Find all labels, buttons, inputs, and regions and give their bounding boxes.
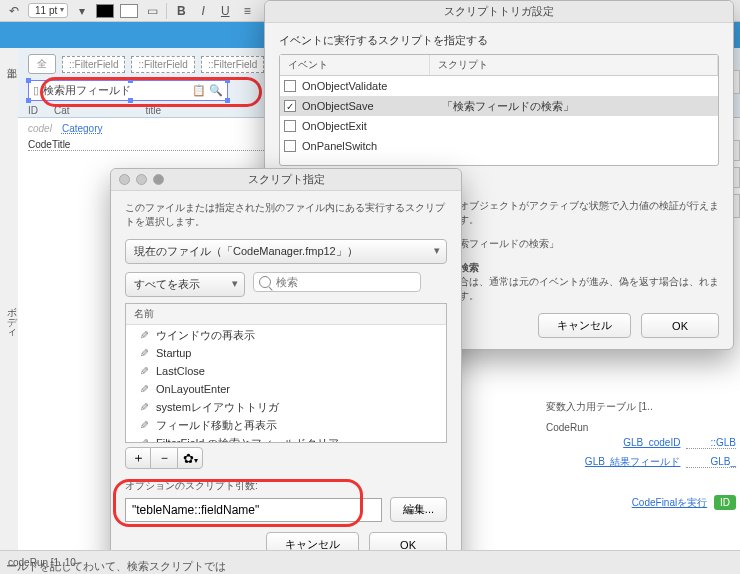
- remove-script-button[interactable]: －: [151, 447, 177, 469]
- var-table-label: 変数入力用テーブル [1..: [546, 400, 736, 414]
- category-field[interactable]: Category: [62, 123, 103, 134]
- glb-codeid-row: GLB_codeID ::GLB: [546, 437, 736, 449]
- script-list-toolbar: ＋ － ✿▾: [125, 447, 447, 469]
- align-tool-icon[interactable]: ≡: [239, 3, 255, 19]
- glb-result-value[interactable]: GLB_: [686, 456, 736, 468]
- trigger-row-OnObjectValidate[interactable]: OnObjectValidate: [280, 76, 718, 96]
- col-script: スクリプト: [430, 55, 718, 75]
- trigger-cancel-button[interactable]: キャンセル: [538, 313, 631, 338]
- var-panel: 変数入力用テーブル [1.. CodeRun GLB_codeID ::GLB …: [546, 400, 736, 510]
- trigger-prop3-label: 検索: [459, 262, 479, 273]
- search-field-label: 検索用フィールド: [43, 83, 189, 98]
- border-tool-icon[interactable]: ▭: [144, 3, 160, 19]
- checkbox-icon[interactable]: [284, 140, 296, 152]
- add-script-button[interactable]: ＋: [125, 447, 151, 469]
- glb-result-row: GLB_結果フィールド GLB_: [546, 455, 736, 469]
- text-color-swatch[interactable]: [96, 4, 114, 18]
- script-icon: ✎: [140, 327, 149, 343]
- codel-field[interactable]: codel: [28, 123, 52, 134]
- edit-param-button[interactable]: 編集...: [390, 497, 447, 522]
- search-field-object[interactable]: ▯ 検索用フィールド 📋 🔍: [28, 80, 228, 101]
- font-size-select[interactable]: 11 pt: [28, 3, 68, 18]
- filter-field-3[interactable]: ::FilterField: [201, 56, 264, 73]
- fill-color-swatch[interactable]: [120, 4, 138, 18]
- script-item[interactable]: ✎OnLayoutEnter: [126, 379, 446, 397]
- col-id: ID: [28, 105, 38, 116]
- file-select[interactable]: 現在のファイル（「CodeManager.fmp12」）: [125, 239, 447, 264]
- script-icon: ✎: [140, 417, 149, 433]
- footer-caption: ールドを記してわいて、検索スクリプトでは: [0, 557, 232, 574]
- search-icon: [259, 276, 271, 288]
- specify-intro: このファイルまたは指定された別のファイル内にある実行するスクリプトを選択します。: [125, 201, 447, 229]
- specify-script-dialog: スクリプト指定 このファイルまたは指定された別のファイル内にある実行するスクリプ…: [110, 168, 462, 568]
- gear-button[interactable]: ✿▾: [177, 447, 203, 469]
- trigger-section1: イベントに実行するスクリプトを指定する: [279, 33, 719, 48]
- magnifier-icon[interactable]: 🔍: [209, 84, 223, 97]
- script-icon: ✎: [140, 435, 149, 443]
- col-cat: Cat: [54, 105, 70, 116]
- script-icon: ✎: [140, 399, 149, 415]
- glb-codeid-label[interactable]: GLB_codeID: [623, 437, 680, 448]
- specify-dialog-title: スクリプト指定: [248, 172, 325, 187]
- col-title: title: [146, 105, 162, 116]
- undo-icon[interactable]: ↶: [6, 3, 22, 19]
- script-list[interactable]: 名前 ✎ウインドウの再表示✎Startup✎LastClose✎OnLayout…: [125, 303, 447, 443]
- trigger-event-list[interactable]: イベント スクリプト OnObjectValidate OnObjectSave…: [279, 54, 719, 166]
- codefinal-link[interactable]: CodeFinalを実行: [632, 497, 708, 508]
- code-run-label: CodeRun: [546, 422, 736, 433]
- script-item[interactable]: ✎FilterField の検索とフィールドクリア: [126, 433, 446, 443]
- script-item[interactable]: ✎systemレイアウトトリガ: [126, 397, 446, 415]
- window-controls[interactable]: [119, 174, 164, 185]
- glb-result-label[interactable]: GLB_結果フィールド: [585, 456, 681, 467]
- script-icon: ✎: [140, 345, 149, 361]
- script-param-input[interactable]: [125, 498, 382, 522]
- underline-button[interactable]: U: [217, 3, 233, 19]
- italic-button[interactable]: I: [195, 3, 211, 19]
- col-event: イベント: [280, 55, 430, 75]
- script-search-input[interactable]: [253, 272, 421, 292]
- trigger-row-OnObjectSave[interactable]: OnObjectSave「検索フィールドの検索」: [280, 96, 718, 116]
- show-filter-select[interactable]: すべてを表示: [125, 272, 245, 297]
- specify-dialog-titlebar: スクリプト指定: [111, 169, 461, 191]
- script-item[interactable]: ✎Startup: [126, 343, 446, 361]
- doc-icon: ▯: [33, 84, 39, 97]
- filter-field-2[interactable]: ::FilterField: [131, 56, 194, 73]
- trigger-row-OnPanelSwitch[interactable]: OnPanelSwitch: [280, 136, 718, 156]
- script-item[interactable]: ✎フィールド移動と再表示: [126, 415, 446, 433]
- opt-label: オプションのスクリプト引数:: [125, 479, 447, 493]
- part-label-body: ボディ: [2, 300, 18, 333]
- id-button[interactable]: ID: [714, 495, 736, 510]
- trigger-dialog-title: スクリプトトリガ設定: [265, 1, 733, 23]
- script-icon: ✎: [140, 363, 149, 379]
- script-item[interactable]: ✎LastClose: [126, 361, 446, 379]
- checkbox-icon[interactable]: [284, 100, 296, 112]
- script-icon: ✎: [140, 381, 149, 397]
- filter-field-1[interactable]: ::FilterField: [62, 56, 125, 73]
- script-list-header: 名前: [126, 304, 446, 325]
- trigger-ok-button[interactable]: OK: [641, 313, 719, 338]
- divider: [166, 3, 167, 19]
- tab-all[interactable]: 全: [28, 54, 56, 74]
- trigger-row-OnObjectExit[interactable]: OnObjectExit: [280, 116, 718, 136]
- bold-button[interactable]: B: [173, 3, 189, 19]
- script-item[interactable]: ✎ウインドウの再表示: [126, 325, 446, 343]
- clipboard-icon[interactable]: 📋: [192, 84, 206, 97]
- checkbox-icon[interactable]: [284, 120, 296, 132]
- checkbox-icon[interactable]: [284, 80, 296, 92]
- glb-codeid-value[interactable]: ::GLB: [686, 437, 736, 449]
- dropdown-icon[interactable]: ▾: [74, 3, 90, 19]
